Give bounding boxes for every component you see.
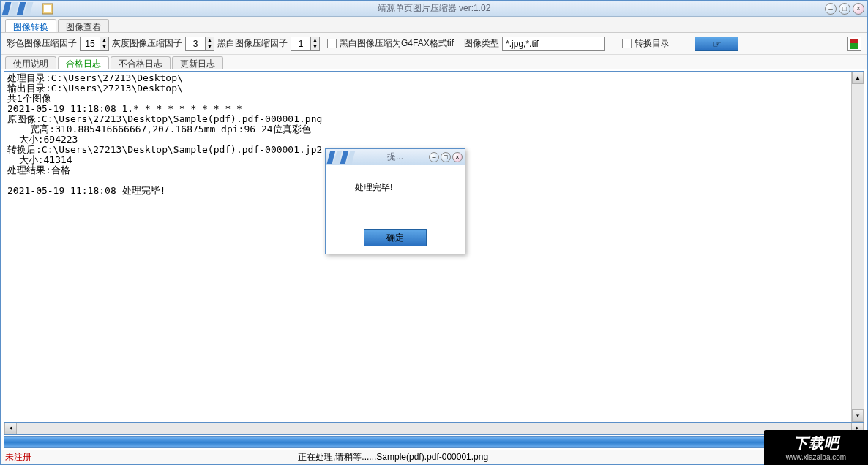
spinner-down-icon[interactable]: ▼ <box>100 44 108 50</box>
main-tab-bar: 图像转换 图像查看 <box>1 17 867 33</box>
titlebar: 靖源单页图片压缩器 ver:1.02 – □ × <box>1 1 867 17</box>
dialog-footer: 确定 <box>326 222 465 254</box>
spinner-up-icon[interactable]: ▲ <box>206 37 214 44</box>
spinner-up-icon[interactable]: ▲ <box>311 37 319 44</box>
convert-dir-checkbox[interactable] <box>622 39 632 48</box>
color-factor-spinner[interactable]: ▲▼ <box>80 37 109 51</box>
bw-factor-spinner[interactable]: ▲▼ <box>291 37 320 51</box>
spinner-down-icon[interactable]: ▼ <box>311 44 319 50</box>
bw-factor-input[interactable] <box>291 37 310 50</box>
watermark-url: www.xiazaiba.com <box>786 453 846 461</box>
gray-factor-input[interactable] <box>186 37 205 50</box>
scroll-left-icon[interactable]: ◄ <box>4 423 17 434</box>
tab-image-convert[interactable]: 图像转换 <box>5 19 56 32</box>
close-button[interactable]: × <box>853 3 864 15</box>
app-icon <box>42 3 53 15</box>
image-type-label: 图像类型 <box>464 37 499 50</box>
scroll-up-icon[interactable]: ▲ <box>852 72 864 84</box>
tab-image-view[interactable]: 图像查看 <box>58 19 109 32</box>
bw-g4fax-label: 黑白图像压缩为G4FAX格式tif <box>340 37 454 50</box>
scroll-down-icon[interactable]: ▼ <box>852 409 864 422</box>
spinner-down-icon[interactable]: ▼ <box>206 44 214 50</box>
dialog-close-button[interactable]: × <box>452 152 463 162</box>
scrollbar-track[interactable] <box>852 84 864 409</box>
log-tab-bar: 使用说明 合格日志 不合格日志 更新日志 <box>1 55 867 69</box>
watermark-text: 下载吧 <box>793 434 839 453</box>
status-registration: 未注册 <box>5 451 298 464</box>
tab-fail-log[interactable]: 不合格日志 <box>111 56 171 69</box>
color-factor-input[interactable] <box>81 37 100 50</box>
vertical-scrollbar[interactable]: ▲ ▼ <box>851 72 864 422</box>
convert-dir-label: 转换目录 <box>635 37 670 50</box>
stop-icon <box>850 43 858 49</box>
message-dialog: 提... – □ × 处理完毕! 确定 <box>325 148 465 254</box>
dialog-titlebar: 提... – □ × <box>326 149 465 165</box>
dialog-message: 处理完毕! <box>326 165 465 222</box>
window-title: 靖源单页图片压缩器 ver:1.02 <box>378 2 491 15</box>
color-factor-label: 彩色图像压缩因子 <box>7 37 77 50</box>
horizontal-scrollbar[interactable]: ◄ ► <box>4 423 864 435</box>
gray-factor-spinner[interactable]: ▲▼ <box>185 37 214 51</box>
tab-pass-log[interactable]: 合格日志 <box>58 56 109 69</box>
gray-factor-label: 灰度图像压缩因子 <box>112 37 182 50</box>
dialog-controls: – □ × <box>429 152 463 162</box>
statusbar: 未注册 正在处理,请稍等......Sample(pdf).pdf-000001… <box>1 450 867 464</box>
progress-bar <box>4 436 864 448</box>
image-type-input[interactable] <box>502 37 605 51</box>
tab-update-log[interactable]: 更新日志 <box>172 56 223 69</box>
dialog-minimize-button[interactable]: – <box>429 152 439 162</box>
dialog-decoration <box>326 149 353 165</box>
scrollbar-track[interactable] <box>17 423 851 434</box>
dialog-ok-button[interactable]: 确定 <box>364 229 427 246</box>
bw-factor-label: 黑白图像压缩因子 <box>217 37 288 50</box>
titlebar-decoration <box>1 1 37 16</box>
run-button[interactable]: ☞ <box>695 37 738 51</box>
window-controls: – □ × <box>825 3 864 15</box>
minimize-button[interactable]: – <box>825 3 837 15</box>
tab-usage[interactable]: 使用说明 <box>5 56 56 69</box>
toolbar: 彩色图像压缩因子 ▲▼ 灰度图像压缩因子 ▲▼ 黑白图像压缩因子 ▲▼ 黑白图像… <box>1 33 867 55</box>
svg-rect-1 <box>44 5 51 12</box>
progress-row <box>4 436 864 450</box>
bw-g4fax-checkbox[interactable] <box>327 39 337 48</box>
watermark: 下载吧 www.xiazaiba.com <box>764 430 868 465</box>
spinner-up-icon[interactable]: ▲ <box>100 37 108 44</box>
dialog-title: 提... <box>387 151 403 163</box>
status-processing: 正在处理,请稍等......Sample(pdf).pdf-000001.png <box>298 451 488 464</box>
dialog-maximize-button[interactable]: □ <box>441 152 451 162</box>
hand-point-icon: ☞ <box>712 38 722 50</box>
stop-button[interactable] <box>847 37 861 51</box>
maximize-button[interactable]: □ <box>839 3 850 15</box>
